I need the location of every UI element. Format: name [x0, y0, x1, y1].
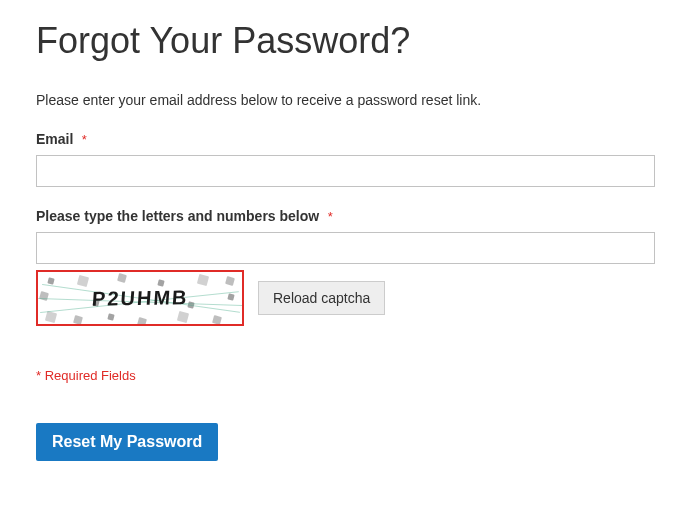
email-label-text: Email [36, 131, 73, 147]
captcha-image-text: P2UHMB [91, 286, 189, 311]
email-field-group: Email * [36, 130, 655, 187]
email-label: Email * [36, 130, 87, 147]
reload-captcha-button[interactable]: Reload captcha [258, 281, 385, 315]
captcha-field-group: Please type the letters and numbers belo… [36, 207, 655, 326]
required-fields-note: * Required Fields [36, 368, 655, 383]
captcha-label-text: Please type the letters and numbers belo… [36, 208, 319, 224]
captcha-label: Please type the letters and numbers belo… [36, 207, 333, 224]
required-asterisk: * [328, 209, 333, 224]
reset-password-button[interactable]: Reset My Password [36, 423, 218, 461]
page-title: Forgot Your Password? [36, 20, 655, 62]
email-input[interactable] [36, 155, 655, 187]
required-asterisk: * [82, 132, 87, 147]
captcha-input[interactable] [36, 232, 655, 264]
captcha-image: P2UHMB [36, 270, 244, 326]
instruction-text: Please enter your email address below to… [36, 92, 655, 108]
